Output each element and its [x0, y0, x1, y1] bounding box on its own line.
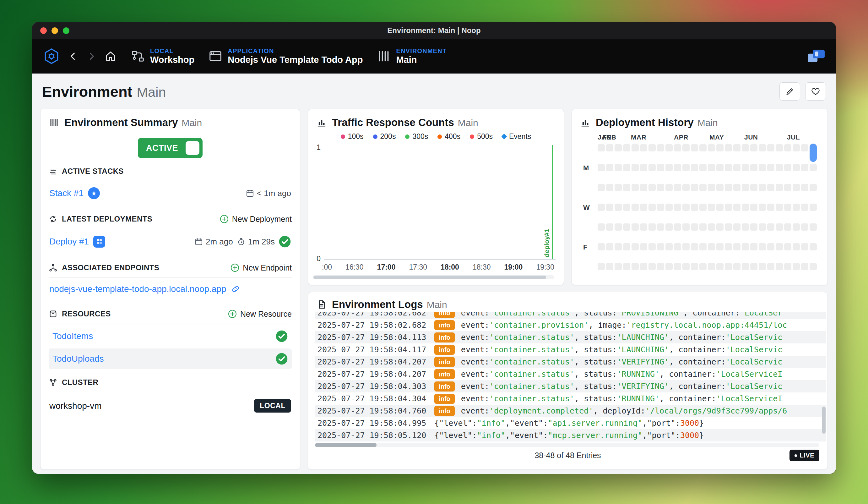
heatmap-cell[interactable] [767, 144, 774, 151]
traffic-scrollbar-thumb[interactable] [313, 275, 546, 279]
heatmap-cell[interactable] [682, 204, 690, 211]
heatmap-cell[interactable] [767, 204, 774, 211]
heatmap-cell[interactable] [767, 223, 774, 231]
heatmap-cell[interactable] [682, 263, 690, 270]
heatmap-cell[interactable] [665, 263, 673, 270]
heatmap-cell[interactable] [716, 164, 724, 171]
heatmap-cell[interactable] [606, 204, 613, 211]
heatmap-cell[interactable] [699, 204, 706, 211]
heatmap-cell[interactable] [691, 164, 698, 171]
live-badge[interactable]: LIVE [789, 450, 819, 461]
heatmap-cell[interactable] [793, 184, 800, 191]
heatmap-cell[interactable] [776, 263, 783, 270]
heatmap-cell[interactable] [742, 164, 749, 171]
heatmap-cell[interactable] [793, 263, 800, 270]
heatmap-cell[interactable] [759, 204, 766, 211]
heatmap-cell[interactable] [708, 243, 715, 250]
heatmap-cell[interactable] [801, 263, 808, 270]
heatmap-cell[interactable] [733, 144, 741, 151]
forward-button[interactable] [86, 51, 97, 62]
heatmap-cell[interactable] [649, 243, 656, 250]
heatmap-cell[interactable] [733, 184, 741, 191]
heatmap-cell[interactable] [665, 164, 673, 171]
heatmap-cell[interactable] [606, 164, 613, 171]
heatmap-cell[interactable] [640, 144, 647, 151]
heatmap-cell[interactable] [649, 164, 656, 171]
back-button[interactable] [68, 51, 79, 62]
heatmap-cell[interactable] [631, 223, 639, 231]
heatmap-cell[interactable] [725, 144, 732, 151]
heatmap-cell[interactable] [784, 144, 792, 151]
heatmap-cell[interactable] [614, 243, 622, 250]
heatmap-cell[interactable] [708, 204, 715, 211]
heatmap-cell[interactable] [699, 263, 706, 270]
heatmap-cell[interactable] [640, 243, 647, 250]
heatmap-cell[interactable] [801, 204, 808, 211]
heatmap-cell[interactable] [784, 204, 792, 211]
heatmap-cell[interactable] [733, 263, 741, 270]
heatmap-cell[interactable] [665, 204, 673, 211]
heatmap-cell[interactable] [665, 144, 673, 151]
heatmap-cell[interactable] [776, 243, 783, 250]
heatmap-cell[interactable] [809, 223, 817, 231]
resource-link-todoitems[interactable]: TodoItems [52, 331, 93, 341]
resource-link-todouploads[interactable]: TodoUploads [52, 354, 104, 364]
heatmap-cell[interactable] [725, 184, 732, 191]
heatmap-cell[interactable] [742, 144, 749, 151]
heatmap-cell[interactable] [623, 184, 630, 191]
favorite-environment-button[interactable] [805, 82, 826, 101]
heatmap-cell[interactable] [674, 144, 681, 151]
heatmap-cell[interactable] [623, 204, 630, 211]
heatmap-cell[interactable] [708, 223, 715, 231]
heatmap-cell[interactable] [657, 144, 664, 151]
heatmap-cell[interactable] [674, 204, 681, 211]
new-endpoint-button[interactable]: New Endpoint [230, 263, 292, 272]
heatmap-cell[interactable] [750, 243, 757, 250]
heatmap-cell[interactable] [674, 184, 681, 191]
heatmap-cell[interactable] [809, 184, 817, 191]
heatmap-cell[interactable] [640, 204, 647, 211]
heatmap-cell[interactable] [733, 164, 741, 171]
heatmap-cell[interactable] [657, 263, 664, 270]
heatmap-cell[interactable] [742, 184, 749, 191]
heatmap-cell[interactable] [784, 223, 792, 231]
heatmap-cell[interactable] [657, 243, 664, 250]
heatmap-cell[interactable] [657, 164, 664, 171]
heatmap-cell[interactable] [657, 204, 664, 211]
heatmap-cell[interactable] [649, 263, 656, 270]
heatmap-cell[interactable] [682, 184, 690, 191]
heatmap-cell[interactable] [674, 243, 681, 250]
heatmap-cell[interactable] [598, 243, 605, 250]
heatmap-cell[interactable] [649, 184, 656, 191]
heatmap-cell[interactable] [649, 204, 656, 211]
heatmap-cell[interactable] [784, 164, 792, 171]
heatmap-cell[interactable] [649, 144, 656, 151]
heatmap-cell[interactable] [631, 164, 639, 171]
heatmap-cell[interactable] [793, 164, 800, 171]
heatmap-cell[interactable] [750, 223, 757, 231]
heatmap-cell[interactable] [699, 223, 706, 231]
heatmap-cell[interactable] [631, 243, 639, 250]
heatmap-cell[interactable] [725, 164, 732, 171]
heatmap-cell[interactable] [809, 164, 817, 171]
heatmap-cell[interactable] [614, 223, 622, 231]
breadcrumb-local[interactable]: LOCAL Workshop [131, 48, 194, 65]
heatmap-cell[interactable] [614, 144, 622, 151]
heatmap-cell[interactable] [665, 243, 673, 250]
heatmap-cell[interactable] [750, 263, 757, 270]
heatmap-cell[interactable] [742, 223, 749, 231]
heatmap-cell[interactable] [767, 263, 774, 270]
heatmap-cell[interactable] [674, 164, 681, 171]
heatmap-cell[interactable] [750, 184, 757, 191]
heatmap-cell[interactable] [682, 164, 690, 171]
noop-logo[interactable] [43, 48, 60, 65]
heatmap-cell[interactable] [784, 243, 792, 250]
heatmap-cell[interactable] [649, 223, 656, 231]
legend-400s[interactable]: 400s [437, 132, 461, 141]
heatmap-cell[interactable] [640, 223, 647, 231]
heatmap-cell[interactable] [606, 184, 613, 191]
heatmap-cell[interactable] [598, 263, 605, 270]
heatmap-cell[interactable] [598, 184, 605, 191]
heatmap-cell[interactable] [598, 164, 605, 171]
heatmap-cell[interactable] [750, 144, 757, 151]
